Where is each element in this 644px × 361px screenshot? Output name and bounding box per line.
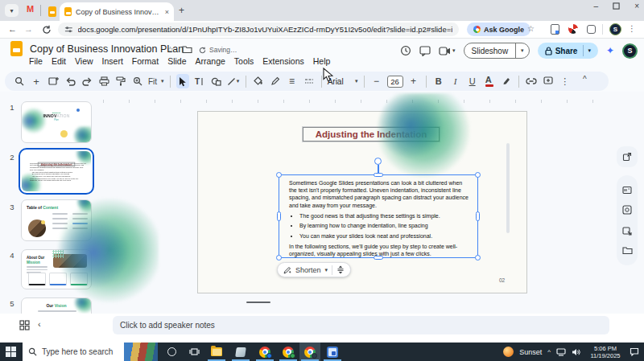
italic-icon[interactable]: I — [449, 74, 462, 88]
adjust-length-icon[interactable] — [336, 265, 345, 274]
add-comment-icon[interactable] — [542, 74, 555, 88]
print-icon[interactable] — [97, 74, 110, 88]
side-panel-open-button[interactable] — [617, 146, 638, 167]
underline-icon[interactable]: U — [466, 74, 479, 88]
new-slide-layout-icon[interactable] — [47, 74, 60, 88]
more-options-icon[interactable]: ⋮ — [559, 74, 572, 88]
chrome-profile1-button[interactable] — [254, 343, 275, 361]
window-maximize-button[interactable] — [613, 2, 620, 10]
zoom-fit-dropdown[interactable]: Fit ▾ — [148, 74, 164, 88]
menu-insert[interactable]: Insert — [102, 56, 123, 66]
slide-thumbnail-4[interactable]: About Our Mission — [21, 249, 92, 289]
insert-link-icon[interactable] — [525, 74, 538, 88]
window-close-button[interactable]: × — [634, 2, 639, 10]
collapse-filmstrip-icon[interactable]: ‹ — [38, 319, 41, 329]
tray-expand-icon[interactable]: ^ — [547, 348, 551, 355]
reload-icon[interactable] — [42, 25, 52, 35]
share-dropdown[interactable]: ▾ — [583, 45, 595, 56]
notes-resize-handle[interactable] — [246, 302, 270, 303]
slide-thumbnail-2-selected[interactable]: Adjusting the Indentation Sometimes Goog… — [19, 148, 94, 195]
docs-extension-icon[interactable] — [551, 24, 559, 35]
media-app-button[interactable] — [230, 343, 251, 361]
chrome-profile3-button-active[interactable] — [299, 343, 320, 361]
comments-icon[interactable] — [419, 46, 431, 56]
undo-icon[interactable] — [64, 74, 76, 88]
menu-tools[interactable]: Tools — [234, 56, 254, 66]
menu-file[interactable]: File — [29, 56, 43, 66]
gemini-icon[interactable]: ✦ — [606, 45, 614, 56]
network-icon[interactable] — [556, 348, 566, 356]
slides-logo-icon[interactable] — [10, 41, 23, 56]
tab-search-icon[interactable]: ▾ — [5, 4, 19, 17]
rail-folder-icon[interactable] — [622, 246, 633, 255]
paint-format-icon[interactable] — [114, 74, 127, 88]
pinned-tab-slides[interactable] — [45, 3, 60, 19]
resize-handle-s[interactable] — [374, 256, 383, 260]
search-highlight-image[interactable] — [124, 343, 158, 361]
slide-thumbnail-5[interactable]: Our Vision — [21, 297, 92, 314]
rail-record-icon[interactable] — [622, 205, 632, 215]
fill-color-icon[interactable] — [252, 74, 265, 88]
gmail-icon[interactable]: M — [27, 4, 34, 14]
resize-handle-w[interactable] — [277, 211, 281, 221]
colorful-extension-icon[interactable] — [568, 24, 578, 34]
menu-slide[interactable]: Slide — [167, 56, 186, 66]
action-center-icon[interactable] — [630, 347, 639, 356]
rail-export-icon[interactable] — [622, 226, 632, 236]
resize-handle-sw[interactable] — [276, 255, 282, 260]
slideshow-button[interactable]: Slideshow ▾ — [464, 43, 530, 59]
rotation-handle[interactable] — [374, 158, 382, 165]
menu-view[interactable]: View — [75, 56, 93, 66]
font-size-field[interactable]: 26 — [387, 76, 403, 88]
menu-arrange[interactable]: Arrange — [195, 56, 225, 66]
menu-edit[interactable]: Edit — [52, 56, 66, 66]
highlight-color-icon[interactable] — [500, 74, 513, 88]
window-minimize-button[interactable]: – — [594, 2, 599, 10]
menu-extensions[interactable]: Extensions — [262, 56, 303, 66]
resize-handle-nw[interactable] — [276, 172, 282, 178]
resize-handle-n[interactable] — [374, 173, 383, 177]
text-color-icon[interactable]: A — [483, 74, 496, 88]
slide-canvas[interactable]: Adjusting the Indentation Sometimes Goog… — [197, 111, 527, 293]
version-history-icon[interactable] — [400, 45, 411, 56]
blue-app-button[interactable] — [322, 343, 343, 361]
browser-profile-avatar[interactable]: S — [609, 23, 621, 35]
tab-close-icon[interactable]: × — [165, 8, 169, 16]
clock[interactable]: 5:06 PM 11/19/2025 — [587, 345, 624, 359]
grid-view-icon[interactable] — [19, 320, 30, 330]
rail-card-icon[interactable] — [622, 186, 632, 195]
text-box-icon[interactable]: T — [193, 74, 206, 88]
document-title[interactable]: Copy of Business Innovation PLan — [30, 43, 184, 55]
cortana-button[interactable] — [161, 343, 182, 361]
crop-extension-icon[interactable] — [587, 25, 596, 34]
new-tab-button[interactable]: + — [179, 5, 184, 16]
slide-thumbnail-3[interactable]: Table of Content — [21, 199, 92, 241]
search-menus-icon[interactable] — [13, 74, 26, 88]
vertical-scrollbar[interactable] — [506, 143, 510, 233]
back-icon[interactable]: ← — [8, 24, 17, 34]
chrome-menu-icon[interactable]: ⋮ — [628, 24, 636, 33]
ai-shorten-button[interactable]: Shorten ▾ — [277, 262, 351, 277]
menu-help[interactable]: Help — [313, 56, 331, 66]
decrease-font-icon[interactable]: − — [370, 74, 383, 88]
resize-handle-ne[interactable] — [475, 172, 481, 178]
line-tool-icon[interactable]: ▾ — [227, 74, 240, 88]
account-avatar[interactable]: S — [622, 43, 638, 59]
move-folder-icon[interactable] — [182, 45, 192, 54]
active-tab[interactable]: Copy of Business Innovation PLan × — [60, 2, 174, 21]
resize-handle-se[interactable] — [475, 255, 481, 260]
taskbar-search-box[interactable]: Type here to search — [23, 343, 158, 361]
border-dash-icon[interactable] — [303, 74, 316, 88]
new-slide-icon[interactable]: + — [30, 74, 43, 88]
forward-icon[interactable]: → — [24, 24, 33, 34]
border-weight-icon[interactable]: ≡ — [286, 74, 299, 88]
volume-icon[interactable] — [572, 348, 581, 356]
slide-title-box[interactable]: Adjusting the Indentation — [303, 127, 440, 142]
collapse-toolbar-icon[interactable]: ^ — [583, 75, 587, 84]
share-button[interactable]: Share ▾ — [538, 43, 598, 59]
weather-label[interactable]: Sunset — [519, 348, 542, 356]
bold-icon[interactable]: B — [432, 74, 445, 88]
selected-text-box[interactable]: Sometimes Google Slides presentations ca… — [279, 174, 478, 258]
speaker-notes-input[interactable]: Click to add speaker notes — [113, 316, 609, 334]
zoom-icon[interactable] — [131, 74, 144, 88]
